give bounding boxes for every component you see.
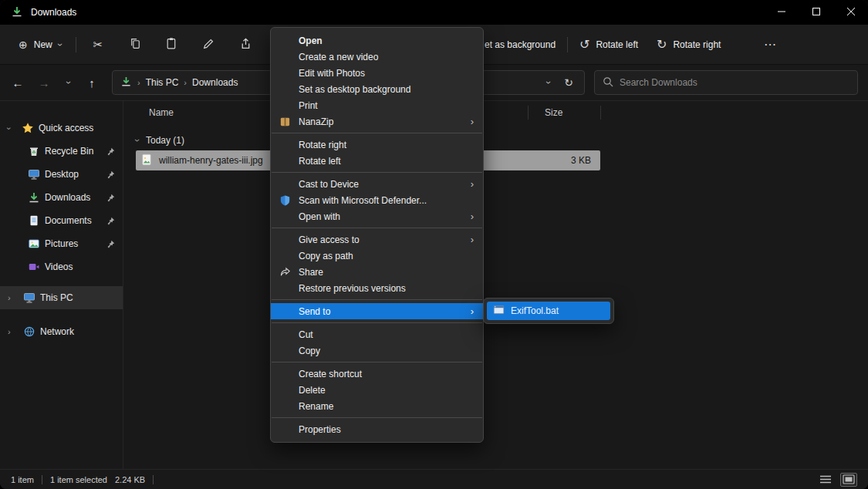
submenu-arrow-icon: › xyxy=(471,179,474,189)
context-menu-item-copy-as-path[interactable]: Copy as path xyxy=(271,248,483,264)
column-header-size[interactable]: Size xyxy=(545,107,562,118)
more-options-button[interactable]: ⋯ xyxy=(756,32,784,57)
plus-icon: ⊕ xyxy=(19,39,28,51)
context-menu-item-share[interactable]: Share xyxy=(271,264,483,280)
chevron-down-icon: › xyxy=(64,81,73,84)
rotate-right-button[interactable]: ↻ Rotate right xyxy=(657,32,721,57)
share-icon xyxy=(239,37,252,52)
context-menu-item-rotate-right[interactable]: Rotate right xyxy=(271,137,483,153)
navigation-pane: › Quick access Recycle Bin Desktop Downl… xyxy=(0,101,123,469)
sidebar-item-videos[interactable]: Videos xyxy=(0,255,123,278)
sidebar-item-this-pc[interactable]: › This PC xyxy=(0,286,123,309)
rename-button[interactable] xyxy=(194,32,222,57)
sidebar-item-pictures[interactable]: Pictures xyxy=(0,232,123,255)
context-menu-item-create-shortcut[interactable]: Create shortcut xyxy=(271,366,483,382)
details-view-button[interactable] xyxy=(817,473,834,487)
context-menu-item-set-as-desktop-background[interactable]: Set as desktop background xyxy=(271,81,483,97)
toolbar-divider xyxy=(567,37,568,52)
refresh-icon[interactable]: ↻ xyxy=(564,77,573,88)
context-menu-item-send-to[interactable]: Send to › xyxy=(271,303,483,319)
group-collapse-icon[interactable]: › xyxy=(133,139,142,142)
context-menu-item-properties[interactable]: Properties xyxy=(271,421,483,437)
copy-button[interactable] xyxy=(121,32,149,57)
titlebar: Downloads xyxy=(0,0,868,25)
recent-locations-button[interactable]: › xyxy=(57,71,80,94)
column-divider[interactable] xyxy=(600,106,601,120)
context-menu-item-create-a-new-video[interactable]: Create a new video xyxy=(271,49,483,65)
large-icons-view-button[interactable] xyxy=(840,473,857,487)
breadcrumb-this-pc[interactable]: This PC xyxy=(146,77,179,88)
address-dropdown-icon[interactable]: › xyxy=(544,81,553,84)
context-menu-item-edit-with-photos[interactable]: Edit with Photos xyxy=(271,65,483,81)
menu-separator xyxy=(272,362,482,363)
maximize-button[interactable] xyxy=(799,0,833,25)
set-as-background-label: et as background xyxy=(485,39,556,50)
file-name: william-henry-gates-iii.jpg xyxy=(159,155,263,166)
close-button[interactable] xyxy=(833,0,868,25)
cut-button[interactable]: ✂ xyxy=(84,32,112,57)
group-header-today[interactable]: › Today (1) xyxy=(136,135,868,146)
new-button[interactable]: ⊕ New › xyxy=(9,32,71,57)
pictures-icon xyxy=(28,238,40,250)
submenu-item-exiftool[interactable]: ExifTool.bat xyxy=(487,302,610,320)
this-pc-monitor-icon xyxy=(23,292,35,304)
breadcrumb-chevron-icon: › xyxy=(184,78,187,87)
context-menu-item-restore-previous-versions[interactable]: Restore previous versions xyxy=(271,280,483,296)
forward-button[interactable]: → xyxy=(32,71,56,94)
image-file-icon xyxy=(140,153,153,168)
sidebar-item-desktop[interactable]: Desktop xyxy=(0,163,123,186)
breadcrumb-downloads[interactable]: Downloads xyxy=(192,77,238,88)
expander-chevron-icon[interactable]: › xyxy=(8,328,11,336)
paste-button[interactable] xyxy=(157,32,185,57)
maximize-icon xyxy=(812,7,820,18)
document-icon xyxy=(28,214,40,227)
set-as-background-button[interactable]: et as background xyxy=(485,32,556,57)
search-input[interactable] xyxy=(620,77,849,88)
rotate-left-button[interactable]: ↺ Rotate left xyxy=(579,32,638,57)
menu-separator xyxy=(272,133,482,133)
menu-item-label: Restore previous versions xyxy=(299,283,406,294)
search-icon xyxy=(603,76,613,89)
context-menu-item-print[interactable]: Print xyxy=(271,97,483,113)
context-menu-item-open-with[interactable]: Open with › xyxy=(271,208,483,224)
sidebar-item-downloads[interactable]: Downloads xyxy=(0,186,123,209)
forward-icon: → xyxy=(39,76,50,89)
selection-count: 1 item selected xyxy=(50,475,107,484)
sidebar-item-quick-access[interactable]: › Quick access xyxy=(0,116,123,140)
toolbar-divider xyxy=(76,37,76,52)
rotate-right-icon: ↻ xyxy=(657,39,667,51)
sidebar-item-label: Downloads xyxy=(0,192,90,203)
context-menu-item-rotate-left[interactable]: Rotate left xyxy=(271,153,483,169)
context-menu-item-copy[interactable]: Copy xyxy=(271,342,483,359)
videos-icon xyxy=(28,261,40,273)
minimize-button[interactable] xyxy=(764,0,799,25)
context-menu-item-give-access-to[interactable]: Give access to › xyxy=(271,231,483,248)
context-menu-item-scan-with-microsoft-defender[interactable]: Scan with Microsoft Defender... xyxy=(271,192,483,208)
sidebar-item-recycle-bin[interactable]: Recycle Bin xyxy=(0,140,123,163)
sidebar-item-network[interactable]: › Network xyxy=(0,320,123,343)
context-menu-item-cast-to-device[interactable]: Cast to Device › xyxy=(271,176,483,192)
item-count: 1 item xyxy=(11,475,34,484)
column-header-name[interactable]: Name xyxy=(149,107,174,118)
cut-icon: ✂ xyxy=(93,38,103,52)
up-button[interactable]: ↑ xyxy=(80,71,103,94)
sidebar-item-documents[interactable]: Documents xyxy=(0,209,123,232)
expander-chevron-icon[interactable]: › xyxy=(5,126,13,130)
pin-icon xyxy=(106,240,115,248)
submenu-arrow-icon: › xyxy=(471,116,474,126)
menu-item-label: Copy as path xyxy=(299,251,353,261)
menu-item-label: Create shortcut xyxy=(299,369,362,379)
expander-chevron-icon[interactable]: › xyxy=(8,294,11,302)
context-menu-item-cut[interactable]: Cut xyxy=(271,326,483,342)
share-button[interactable] xyxy=(231,32,259,57)
defender-shield-icon xyxy=(279,194,291,206)
context-menu-item-nanazip[interactable]: NanaZip › xyxy=(271,113,483,130)
context-menu-item-open[interactable]: Open xyxy=(271,32,483,49)
search-box[interactable] xyxy=(594,70,858,95)
menu-item-label: Properties xyxy=(299,424,341,435)
column-divider[interactable] xyxy=(528,106,529,120)
rename-icon xyxy=(202,37,215,52)
back-button[interactable]: ← xyxy=(6,71,29,94)
context-menu-item-delete[interactable]: Delete xyxy=(271,382,483,398)
context-menu-item-rename[interactable]: Rename xyxy=(271,398,483,414)
